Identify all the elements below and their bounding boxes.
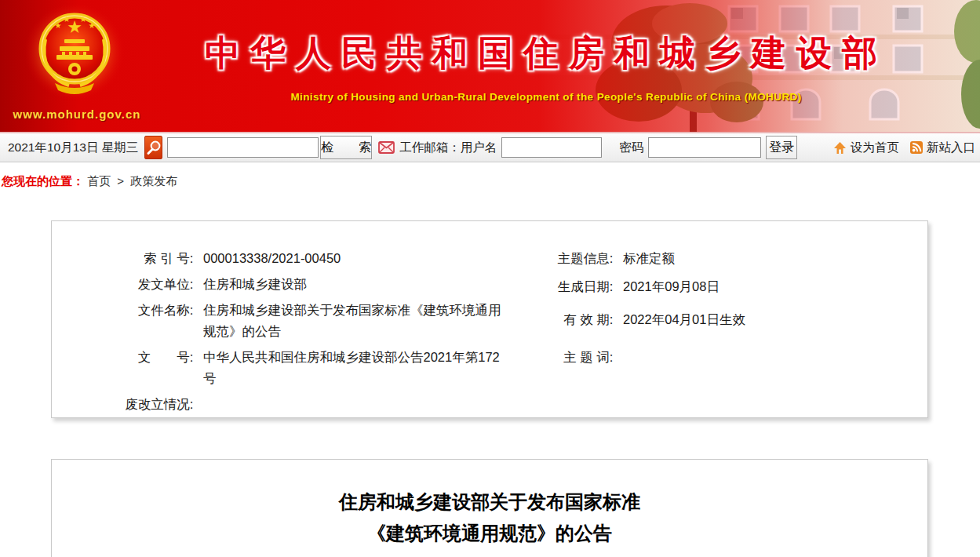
doc-issuer-label: 发文单位: xyxy=(52,274,197,295)
breadcrumb-section-link[interactable]: 政策发布 xyxy=(130,174,177,187)
doc-index-value: 000013338/2021-00450 xyxy=(197,248,511,269)
breadcrumb-separator: > xyxy=(117,174,124,187)
doc-date-row: 生成日期: 2021年09月08日 xyxy=(515,276,927,297)
mohurd-logo[interactable]: ★ ★ ★ ★ ★ www.mohurd.gov.cn xyxy=(0,0,149,133)
password-input[interactable] xyxy=(648,137,761,158)
document-info-box: 索 引 号: 000013338/2021-00450 发文单位: 住房和城乡建… xyxy=(51,220,928,418)
doc-info-right-column: 主题信息: 标准定额 生成日期: 2021年09月08日 有 效 期: 2022… xyxy=(515,248,927,417)
doc-repeal-value xyxy=(197,394,511,415)
site-url: www.mohurd.gov.cn xyxy=(6,107,148,121)
svg-text:★: ★ xyxy=(80,15,87,24)
password-label: 密码 xyxy=(619,140,643,156)
breadcrumb-label: 您现在的位置： xyxy=(2,174,84,187)
doc-keywords-label: 主 题 词: xyxy=(515,347,617,368)
doc-repeal-label: 废改立情况: xyxy=(52,394,197,415)
doc-validity-row: 有 效 期: 2022年04月01日生效 xyxy=(515,309,927,330)
new-site-link[interactable]: 新站入口 xyxy=(927,140,975,156)
doc-index-row: 索 引 号: 000013338/2021-00450 xyxy=(52,248,515,269)
top-toolbar: 2021年10月13日 星期三 检 索 工作邮箱： 用户名 密码 登录 设为首页 xyxy=(0,133,980,162)
doc-keywords-value xyxy=(617,347,927,368)
doc-repeal-row: 废改立情况: xyxy=(52,394,515,415)
announcement-title-line1: 住房和城乡建设部关于发布国家标准 xyxy=(52,486,927,518)
search-button[interactable]: 检 索 xyxy=(320,136,372,159)
doc-title-row: 文件名称: 住房和城乡建设部关于发布国家标准《建筑环境通用规范》的公告 xyxy=(52,300,515,342)
doc-info-left-column: 索 引 号: 000013338/2021-00450 发文单位: 住房和城乡建… xyxy=(52,248,515,417)
site-title: 中华人民共和国住房和城乡建设部 xyxy=(154,30,938,77)
doc-topic-label: 主题信息: xyxy=(515,248,617,269)
current-date: 2021年10月13日 星期三 xyxy=(8,140,138,156)
doc-title-value: 住房和城乡建设部关于发布国家标准《建筑环境通用规范》的公告 xyxy=(197,300,511,342)
svg-text:★: ★ xyxy=(55,21,62,30)
username-input[interactable] xyxy=(501,137,602,158)
magnifier-icon xyxy=(146,140,162,155)
doc-number-label: 文 号: xyxy=(52,347,197,389)
svg-text:★: ★ xyxy=(64,15,71,24)
search-icon-button[interactable] xyxy=(144,136,162,159)
doc-index-label: 索 引 号: xyxy=(52,248,197,269)
doc-validity-label: 有 效 期: xyxy=(515,309,617,330)
title-block: 中华人民共和国住房和城乡建设部 Ministry of Housing and … xyxy=(154,0,938,103)
doc-topic-value: 标准定额 xyxy=(617,248,927,269)
mail-icon[interactable] xyxy=(378,141,395,154)
login-button[interactable]: 登录 xyxy=(766,136,797,159)
announcement-title-line2: 《建筑环境通用规范》的公告 xyxy=(52,518,927,549)
doc-number-value: 中华人民共和国住房和城乡建设部公告2021年第172号 xyxy=(197,347,511,389)
announcement-box: 住房和城乡建设部关于发布国家标准 《建筑环境通用规范》的公告 xyxy=(51,459,928,557)
breadcrumb: 您现在的位置： 首页 > 政策发布 xyxy=(0,162,980,198)
national-emblem-icon: ★ ★ ★ ★ ★ xyxy=(24,3,126,104)
site-header: ★ ★ ★ ★ ★ www.mohurd.gov.cn 中华人民共和国住房和城乡… xyxy=(0,0,980,133)
doc-issuer-row: 发文单位: 住房和城乡建设部 xyxy=(52,274,515,295)
svg-text:★: ★ xyxy=(89,21,96,30)
mail-label: 工作邮箱： xyxy=(399,140,461,156)
doc-number-row: 文 号: 中华人民共和国住房和城乡建设部公告2021年第172号 xyxy=(52,347,515,389)
rss-icon[interactable] xyxy=(910,141,923,154)
username-label: 用户名 xyxy=(461,140,497,156)
doc-validity-value: 2022年04月01日生效 xyxy=(617,309,927,330)
search-input[interactable] xyxy=(167,137,319,158)
doc-topic-row: 主题信息: 标准定额 xyxy=(515,248,927,269)
site-subtitle-en: Ministry of Housing and Urban-Rural Deve… xyxy=(154,91,938,103)
set-homepage-link[interactable]: 设为首页 xyxy=(851,140,899,156)
home-icon[interactable] xyxy=(833,141,847,155)
announcement-title: 住房和城乡建设部关于发布国家标准 《建筑环境通用规范》的公告 xyxy=(52,486,927,549)
doc-issuer-value: 住房和城乡建设部 xyxy=(197,274,511,295)
doc-keywords-row: 主 题 词: xyxy=(515,347,927,368)
doc-title-label: 文件名称: xyxy=(52,300,197,342)
quick-links: 设为首页 新站入口 xyxy=(822,140,975,156)
doc-date-label: 生成日期: xyxy=(515,276,617,297)
doc-date-value: 2021年09月08日 xyxy=(617,276,927,297)
breadcrumb-home-link[interactable]: 首页 xyxy=(87,174,111,187)
